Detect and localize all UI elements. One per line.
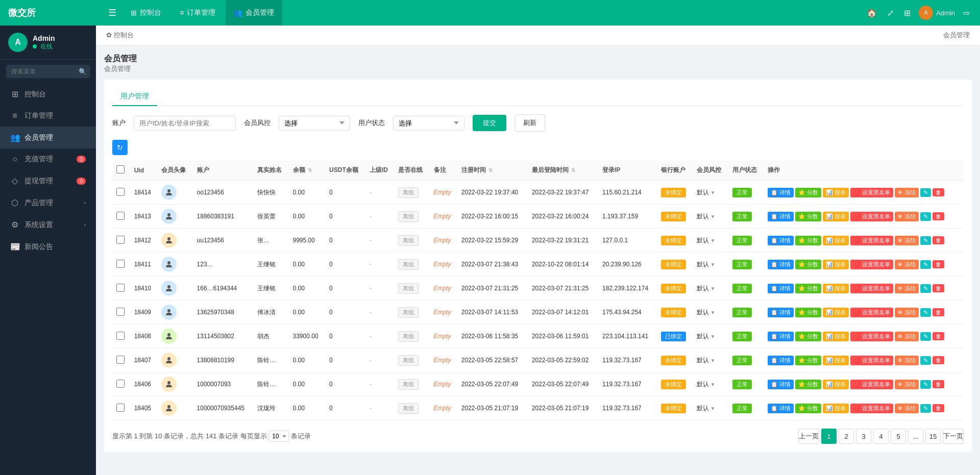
pagination-page-1[interactable]: 1 bbox=[821, 429, 837, 444]
btn-delete-4[interactable]: 🗑 bbox=[933, 284, 944, 292]
btn-score-7[interactable]: ⭐ 分数 bbox=[795, 356, 821, 365]
row-checkbox-0[interactable] bbox=[116, 188, 125, 196]
btn-report-1[interactable]: 📊 报表 bbox=[823, 212, 849, 221]
sidebar-item-members[interactable]: 👥 会员管理 bbox=[0, 127, 96, 148]
page-size-select[interactable]: 102050 bbox=[268, 431, 289, 442]
btn-edit-2[interactable]: ✎ bbox=[920, 236, 931, 245]
risk-arrow-7[interactable]: ▼ bbox=[710, 358, 715, 363]
btn-edit-5[interactable]: ✎ bbox=[920, 308, 931, 317]
btn-freeze-0[interactable]: ❄ 冻结 bbox=[895, 188, 918, 197]
btn-report-9[interactable]: 📊 报表 bbox=[823, 404, 849, 413]
sidebar-item-withdraw[interactable]: ◇ 提现管理 0 bbox=[0, 170, 96, 192]
btn-blacklist-2[interactable]: 🚫 设置黑名单 bbox=[850, 236, 893, 245]
btn-delete-0[interactable]: 🗑 bbox=[933, 188, 944, 196]
topbar-fullscreen-icon[interactable]: ⤢ bbox=[885, 6, 896, 20]
btn-score-4[interactable]: ⭐ 分数 bbox=[795, 284, 821, 293]
btn-blacklist-1[interactable]: 🚫 设置黑名单 bbox=[850, 212, 893, 221]
risk-arrow-0[interactable]: ▼ bbox=[710, 190, 715, 195]
btn-freeze-8[interactable]: ❄ 冻结 bbox=[895, 380, 918, 389]
btn-report-0[interactable]: 📊 报表 bbox=[823, 188, 849, 197]
select-all-checkbox[interactable] bbox=[116, 165, 125, 173]
row-checkbox-5[interactable] bbox=[116, 308, 125, 316]
topbar-nav-orders[interactable]: ≡ 订单管理 bbox=[172, 0, 224, 26]
btn-delete-5[interactable]: 🗑 bbox=[933, 308, 944, 316]
btn-detail-0[interactable]: 📋 详情 bbox=[768, 188, 794, 197]
topbar-nav-dashboard[interactable]: ⊞ 控制台 bbox=[122, 0, 169, 26]
btn-report-6[interactable]: 📊 报表 bbox=[823, 332, 849, 341]
btn-blacklist-3[interactable]: 🚫 设置黑名单 bbox=[850, 260, 893, 269]
btn-detail-5[interactable]: 📋 详情 bbox=[768, 308, 794, 317]
risk-arrow-9[interactable]: ▼ bbox=[710, 406, 715, 411]
filter-refresh-btn[interactable]: 刷新 bbox=[514, 114, 545, 132]
row-checkbox-8[interactable] bbox=[116, 380, 125, 388]
pagination-next[interactable]: 下一页 bbox=[943, 429, 964, 444]
btn-blacklist-8[interactable]: 🚫 设置黑名单 bbox=[850, 380, 893, 389]
btn-delete-6[interactable]: 🗑 bbox=[933, 332, 944, 340]
btn-freeze-2[interactable]: ❄ 冻结 bbox=[895, 236, 918, 245]
topbar-logout-icon[interactable]: ⇨ bbox=[961, 6, 972, 20]
filter-submit-btn[interactable]: 提交 bbox=[473, 115, 506, 131]
topbar-admin[interactable]: A Admin bbox=[919, 6, 955, 20]
filter-status-select[interactable]: 选择正常冻结 bbox=[393, 116, 464, 131]
pagination-page-3[interactable]: 3 bbox=[856, 429, 871, 444]
sidebar-item-products[interactable]: ⬡ 产品管理 ‹ bbox=[0, 192, 96, 214]
pagination-page-4[interactable]: 4 bbox=[873, 429, 889, 444]
topbar-grid-icon[interactable]: ⊞ bbox=[902, 6, 913, 20]
btn-freeze-9[interactable]: ❄ 冻结 bbox=[895, 404, 918, 413]
btn-report-4[interactable]: 📊 报表 bbox=[823, 284, 849, 293]
btn-delete-8[interactable]: 🗑 bbox=[933, 380, 944, 388]
btn-blacklist-4[interactable]: 🚫 设置黑名单 bbox=[850, 284, 893, 293]
tab-user-manage[interactable]: 用户管理 bbox=[112, 88, 157, 106]
row-checkbox-2[interactable] bbox=[116, 236, 125, 244]
btn-detail-2[interactable]: 📋 详情 bbox=[768, 236, 794, 245]
sidebar-item-orders[interactable]: ≡ 订单管理 bbox=[0, 105, 96, 127]
sidebar-item-recharge[interactable]: ○ 充值管理 0 bbox=[0, 148, 96, 170]
btn-freeze-7[interactable]: ❄ 冻结 bbox=[895, 356, 918, 365]
risk-arrow-1[interactable]: ▼ bbox=[710, 214, 715, 219]
risk-arrow-8[interactable]: ▼ bbox=[710, 382, 715, 387]
btn-score-6[interactable]: ⭐ 分数 bbox=[795, 332, 821, 341]
sidebar-search-input[interactable] bbox=[6, 65, 90, 78]
row-checkbox-1[interactable] bbox=[116, 212, 125, 220]
btn-report-2[interactable]: 📊 报表 bbox=[823, 236, 849, 245]
btn-edit-6[interactable]: ✎ bbox=[920, 332, 931, 341]
risk-arrow-4[interactable]: ▼ bbox=[710, 286, 715, 291]
topbar-nav-members[interactable]: 👥 会员管理 bbox=[226, 0, 282, 26]
btn-delete-3[interactable]: 🗑 bbox=[933, 260, 944, 268]
risk-arrow-5[interactable]: ▼ bbox=[710, 310, 715, 315]
filter-risk-select[interactable]: 选择未绑定已绑定 bbox=[279, 116, 350, 131]
row-checkbox-4[interactable] bbox=[116, 284, 125, 292]
btn-edit-3[interactable]: ✎ bbox=[920, 260, 931, 269]
pagination-prev[interactable]: 上一页 bbox=[798, 429, 819, 444]
btn-blacklist-0[interactable]: 🚫 设置黑名单 bbox=[850, 188, 893, 197]
btn-delete-1[interactable]: 🗑 bbox=[933, 212, 944, 220]
btn-delete-2[interactable]: 🗑 bbox=[933, 236, 944, 244]
btn-blacklist-9[interactable]: 🚫 设置黑名单 bbox=[850, 404, 893, 413]
topbar-menu-btn[interactable]: ☰ bbox=[104, 5, 120, 20]
btn-score-3[interactable]: ⭐ 分数 bbox=[795, 260, 821, 269]
sidebar-item-settings[interactable]: ⚙ 系统设置 ‹ bbox=[0, 214, 96, 236]
btn-edit-1[interactable]: ✎ bbox=[920, 212, 931, 221]
btn-blacklist-6[interactable]: 🚫 设置黑名单 bbox=[850, 332, 893, 341]
btn-detail-4[interactable]: 📋 详情 bbox=[768, 284, 794, 293]
risk-arrow-2[interactable]: ▼ bbox=[710, 238, 715, 243]
btn-report-8[interactable]: 📊 报表 bbox=[823, 380, 849, 389]
btn-freeze-6[interactable]: ❄ 冻结 bbox=[895, 332, 918, 341]
btn-freeze-5[interactable]: ❄ 冻结 bbox=[895, 308, 918, 317]
btn-report-3[interactable]: 📊 报表 bbox=[823, 260, 849, 269]
btn-detail-3[interactable]: 📋 详情 bbox=[768, 260, 794, 269]
btn-blacklist-7[interactable]: 🚫 设置黑名单 bbox=[850, 356, 893, 365]
btn-edit-9[interactable]: ✎ bbox=[920, 404, 931, 413]
btn-edit-0[interactable]: ✎ bbox=[920, 188, 931, 197]
sidebar-item-dashboard[interactable]: ⊞ 控制台 bbox=[0, 83, 96, 105]
row-checkbox-7[interactable] bbox=[116, 356, 125, 364]
sidebar-search-icon[interactable]: 🔍 bbox=[79, 68, 87, 76]
btn-score-1[interactable]: ⭐ 分数 bbox=[795, 212, 821, 221]
btn-blacklist-5[interactable]: 🚫 设置黑名单 bbox=[850, 308, 893, 317]
btn-detail-1[interactable]: 📋 详情 bbox=[768, 212, 794, 221]
row-checkbox-6[interactable] bbox=[116, 332, 125, 340]
pagination-page-15[interactable]: 15 bbox=[925, 429, 941, 444]
btn-score-0[interactable]: ⭐ 分数 bbox=[795, 188, 821, 197]
btn-freeze-1[interactable]: ❄ 冻结 bbox=[895, 212, 918, 221]
risk-arrow-3[interactable]: ▼ bbox=[710, 262, 715, 267]
